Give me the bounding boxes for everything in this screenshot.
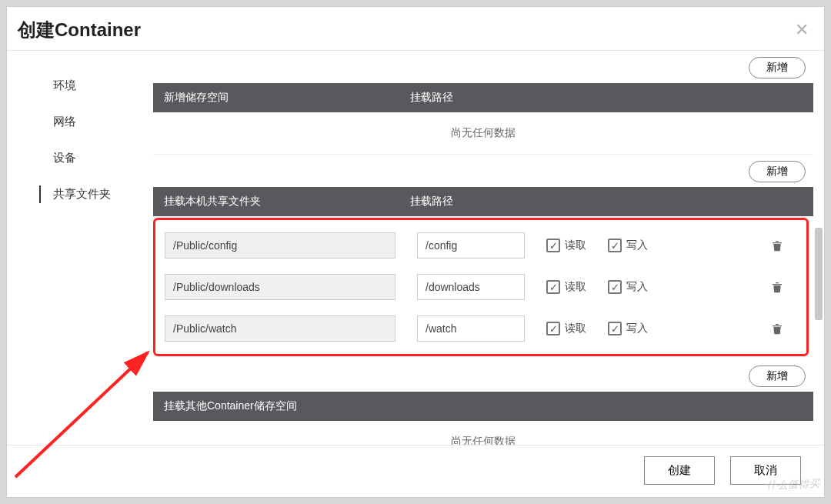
host-path-input[interactable] xyxy=(165,274,395,300)
modal-title: 创建Container xyxy=(18,18,141,42)
checkbox-icon[interactable]: ✓ xyxy=(546,280,560,294)
share-row: ✓ 读取 ✓ 写入 xyxy=(160,266,802,308)
mount-path-input[interactable] xyxy=(417,274,525,300)
col-header-host-share: 挂载本机共享文件夹 xyxy=(164,195,410,209)
scrollbar-thumb[interactable] xyxy=(815,228,823,320)
checkbox-icon[interactable]: ✓ xyxy=(608,280,622,294)
col-header-new-storage: 新增储存空间 xyxy=(164,91,410,105)
trash-icon[interactable] xyxy=(771,239,783,252)
add-bar-host-share: 新增 xyxy=(153,155,813,187)
host-share-rows: ✓ 读取 ✓ 写入 xyxy=(153,218,809,356)
sidebar-item-network[interactable]: 网络 xyxy=(7,104,130,140)
trash-icon[interactable] xyxy=(771,322,783,335)
sidebar-item-shared-folders[interactable]: 共享文件夹 xyxy=(7,176,130,212)
create-container-modal: 创建Container ✕ 环境 网络 设备 共享文件夹 新增 新增储存空间 挂… xyxy=(6,6,825,498)
section-header-host-share: 挂载本机共享文件夹 挂载路径 xyxy=(153,187,813,216)
modal-titlebar: 创建Container ✕ xyxy=(7,7,824,50)
mount-path-input[interactable] xyxy=(417,315,525,342)
add-new-storage-button[interactable]: 新增 xyxy=(749,57,806,78)
perm-read-label: 读取 xyxy=(565,322,586,335)
perm-write-label: 写入 xyxy=(626,239,648,252)
perm-read[interactable]: ✓ 读取 xyxy=(546,280,586,294)
perm-read-label: 读取 xyxy=(565,239,586,252)
checkbox-icon[interactable]: ✓ xyxy=(608,322,622,335)
sidebar: 环境 网络 设备 共享文件夹 xyxy=(7,51,130,445)
section-header-other-container: 挂载其他Container储存空间 xyxy=(153,392,813,421)
col-header-other-container: 挂载其他Container储存空间 xyxy=(164,399,297,413)
checkbox-icon[interactable]: ✓ xyxy=(608,239,622,252)
perm-write-label: 写入 xyxy=(626,280,648,294)
add-host-share-button[interactable]: 新增 xyxy=(749,161,806,182)
empty-row-new-storage: 尚无任何数据 xyxy=(153,112,813,155)
col-header-mount-path-1: 挂载路径 xyxy=(410,91,541,105)
empty-row-other-container: 尚无任何数据 xyxy=(153,421,813,445)
close-icon[interactable]: ✕ xyxy=(795,22,809,38)
perm-read-label: 读取 xyxy=(565,280,586,294)
trash-icon[interactable] xyxy=(771,280,783,294)
add-bar-new-storage: 新增 xyxy=(153,51,813,83)
sidebar-item-device[interactable]: 设备 xyxy=(7,140,130,176)
section-header-new-storage: 新增储存空间 挂载路径 xyxy=(153,83,813,112)
watermark: 什么值得买 xyxy=(766,477,821,492)
mount-path-input[interactable] xyxy=(417,232,525,259)
perm-read[interactable]: ✓ 读取 xyxy=(546,322,586,335)
scrollbar-track[interactable] xyxy=(815,51,823,445)
perm-write-label: 写入 xyxy=(626,322,648,335)
share-row: ✓ 读取 ✓ 写入 xyxy=(160,225,802,266)
add-other-container-button[interactable]: 新增 xyxy=(749,365,806,387)
checkbox-icon[interactable]: ✓ xyxy=(546,239,560,252)
create-button[interactable]: 创建 xyxy=(644,456,715,485)
share-row: ✓ 读取 ✓ 写入 xyxy=(160,308,802,349)
perm-write[interactable]: ✓ 写入 xyxy=(608,239,648,252)
add-bar-other-container: 新增 xyxy=(153,359,813,392)
perm-write[interactable]: ✓ 写入 xyxy=(608,280,648,294)
perm-read[interactable]: ✓ 读取 xyxy=(546,239,586,252)
host-path-input[interactable] xyxy=(165,232,395,259)
content-panel: 新增 新增储存空间 挂载路径 尚无任何数据 新增 挂载本机共享文件夹 挂载路径 xyxy=(130,51,824,445)
checkbox-icon[interactable]: ✓ xyxy=(546,322,560,335)
sidebar-item-environment[interactable]: 环境 xyxy=(7,68,130,104)
modal-body: 环境 网络 设备 共享文件夹 新增 新增储存空间 挂载路径 尚无任何数据 新增 xyxy=(7,50,824,446)
col-header-mount-path-2: 挂载路径 xyxy=(410,195,541,209)
host-path-input[interactable] xyxy=(165,315,395,342)
modal-footer: 创建 取消 xyxy=(7,446,824,497)
perm-write[interactable]: ✓ 写入 xyxy=(608,322,648,335)
